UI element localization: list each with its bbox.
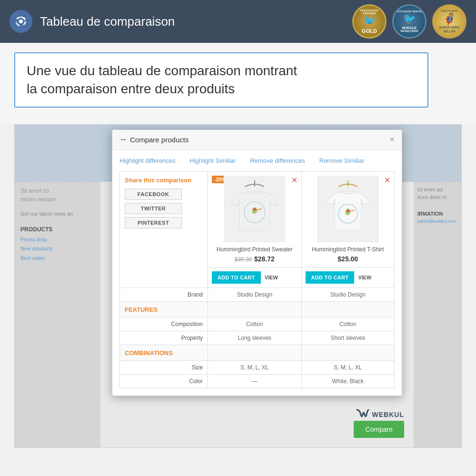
- product-2-cell: ✕: [301, 171, 395, 268]
- store-wave-header-left: [15, 125, 100, 182]
- facebook-button[interactable]: FACEBOOK: [125, 188, 182, 200]
- caption-box: Une vue du tableau de comparaison montra…: [14, 52, 428, 108]
- modal-body: Highlight differences Highlight Similiar…: [112, 150, 402, 396]
- product-1-name: Hummingbird Printed Sweater: [212, 246, 298, 253]
- product-1-size: S, M, L, XL: [208, 361, 301, 375]
- modal-overlay: ↔ Compare products × Highlight differenc…: [100, 129, 414, 447]
- modal-title: ↔ Compare products: [119, 135, 188, 144]
- brand-label: Brand: [119, 288, 208, 302]
- features-header-label: FEATURES: [119, 302, 208, 317]
- store-wave-header-right: [414, 125, 461, 182]
- caption-text: Une vue du tableau de comparaison montra…: [27, 62, 416, 98]
- combinations-header-label: COMBINATIONS: [119, 345, 208, 361]
- highlight-differences-link[interactable]: Highlight differences: [119, 157, 176, 164]
- product-2-actions: ADD TO CART VIEW: [301, 268, 395, 288]
- badge-module-developer: PRESTASHOP PARTNER 🐦 MODULE DEVELOPER: [392, 4, 426, 39]
- remove-product-2-button[interactable]: ✕: [384, 176, 390, 185]
- remove-differences-link[interactable]: Remove differences: [250, 157, 305, 164]
- product-2-size: S, M, L, XL: [301, 361, 395, 375]
- product-1-price-new: $28.72: [254, 255, 275, 263]
- compare-grid: Share this comparison FACEBOOK TWITTER P…: [119, 171, 395, 388]
- page-title: Tableau de comparaison: [40, 14, 175, 29]
- product-2-price-new: $25.00: [337, 255, 358, 263]
- store-right-sidebar: Ut enim ad irure dolor in IRMATION bd058…: [414, 125, 461, 447]
- svg-point-0: [19, 20, 23, 23]
- svg-point-3: [253, 208, 256, 211]
- action-label-cell: [119, 268, 208, 288]
- product-1-price-old: $35.90: [235, 256, 252, 263]
- combinations-header-2: [301, 345, 395, 361]
- composition-label: Composition: [119, 317, 208, 331]
- caption-area: Une vue du tableau de comparaison montra…: [0, 43, 476, 124]
- size-label: Size: [119, 361, 208, 375]
- product-2-image: [317, 176, 379, 242]
- partner-badges: PRESTASHOP PARTNER 🐦 GOLD PRESTASHOP PAR…: [352, 4, 466, 39]
- property-label: Property: [119, 331, 208, 345]
- badge-gold: PRESTASHOP PARTNER 🐦 GOLD: [352, 4, 387, 39]
- product-1-actions: ADD TO CART VIEW: [208, 268, 301, 288]
- product-1-brand: Studio Design: [208, 288, 301, 302]
- pinterest-button[interactable]: PINTEREST: [125, 217, 182, 228]
- badge-super-hero: PRESTASHOP 🦸 SUPER HERO SELLER: [432, 4, 466, 39]
- features-header-1: [208, 302, 301, 317]
- product-2-property: Short sleeves: [301, 331, 395, 345]
- highlight-similar-link[interactable]: Highlight Similiar: [190, 157, 236, 164]
- add-to-cart-2-button[interactable]: ADD TO CART: [306, 271, 355, 284]
- logo: [10, 10, 32, 33]
- view-1-button[interactable]: VIEW: [265, 275, 278, 280]
- features-header-2: [301, 302, 395, 317]
- header-left: Tableau de comparaison: [10, 10, 175, 33]
- compare-modal: ↔ Compare products × Highlight differenc…: [112, 129, 402, 396]
- view-2-button[interactable]: VIEW: [358, 275, 371, 280]
- share-section: Share this comparison FACEBOOK TWITTER P…: [119, 171, 208, 268]
- remove-similar-link[interactable]: Remove Similiar: [319, 157, 365, 164]
- product-links: Prices drop New products Best sales: [20, 235, 95, 263]
- svg-point-6: [347, 209, 349, 212]
- add-to-cart-1-button[interactable]: ADD TO CART: [212, 271, 261, 284]
- store-background: Sit amet co minim veniam Get our latest …: [14, 124, 462, 448]
- product-2-composition: Cotton: [301, 317, 395, 331]
- combinations-header-1: [208, 345, 301, 361]
- twitter-button[interactable]: TWITTER: [125, 203, 182, 214]
- store-center: ↔ Compare products × Highlight differenc…: [100, 125, 414, 447]
- product-1-cell: -20% ✕: [208, 171, 301, 268]
- share-title: Share this comparison: [125, 177, 203, 184]
- store-left-content: Sit amet co minim veniam Get our latest …: [15, 182, 100, 268]
- store-left-sidebar: Sit amet co minim veniam Get our latest …: [15, 125, 100, 447]
- remove-product-1-button[interactable]: ✕: [291, 176, 298, 185]
- header: Tableau de comparaison PRESTASHOP PARTNE…: [0, 0, 476, 43]
- product-1-composition: Cotton: [208, 317, 301, 331]
- modal-header: ↔ Compare products ×: [112, 130, 402, 150]
- modal-close-button[interactable]: ×: [389, 135, 395, 145]
- product-1-color: —: [208, 375, 301, 388]
- color-label: Color: [119, 375, 208, 388]
- product-1-image: [224, 176, 286, 242]
- product-2-name: Hummingbird Printed T-Shirt: [306, 246, 391, 253]
- filter-row: Highlight differences Highlight Similiar…: [119, 157, 395, 164]
- product-2-brand: Studio Design: [301, 288, 395, 302]
- product-1-property: Long sleeves: [208, 331, 301, 345]
- product-2-color: White, Black: [301, 375, 395, 388]
